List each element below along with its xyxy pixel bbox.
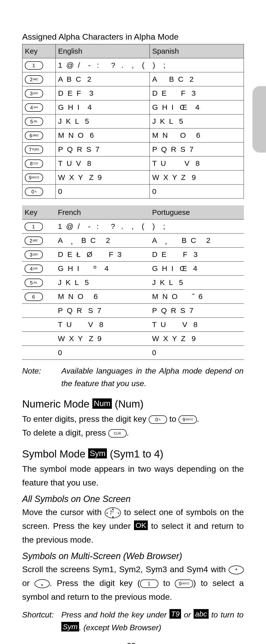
table-row: 6MNOM N O 6M N O 6: [23, 128, 244, 142]
key-9-icon: 9WXYZ: [25, 174, 43, 182]
table-row: 4GHIG H I º 4G H I Œ 4: [22, 262, 244, 276]
cell-chars: J K L 5: [150, 276, 244, 290]
abc-badge: abc: [194, 609, 208, 619]
col-key: Key: [22, 206, 55, 220]
text: to: [167, 414, 179, 424]
numeric-line1: To enter digits, press the digit key 0↻ …: [22, 412, 244, 426]
cell-chars: 1 @ / - : ? . , ( ) ;: [55, 58, 243, 72]
cell-key: 3DEF: [23, 86, 56, 100]
key-4-icon: 4GHI: [25, 103, 43, 112]
cell-key: [22, 346, 55, 360]
cell-chars: G H I Œ 4: [149, 100, 243, 114]
key-9-icon: 9WXYZ: [175, 580, 193, 588]
cell-chars: P Q R S 7: [150, 304, 244, 318]
symbol-p1: Move the cursor with ▴◂Rcl F▸▾ to select…: [22, 505, 244, 546]
cell-key: 3DEF: [22, 248, 55, 262]
text: .: [127, 428, 129, 437]
cell-chars: G H I 4: [55, 100, 149, 114]
cell-chars: 0: [55, 346, 150, 360]
cell-key: 0↻: [23, 184, 56, 198]
key-9-icon: 9WXYZ: [179, 416, 197, 424]
cell-chars: A ¸ B C 2: [150, 234, 244, 248]
numeric-heading-post: (Num): [112, 398, 143, 410]
symbol-heading-pre: Symbol Mode: [22, 448, 88, 460]
cell-chars: P Q R S 7: [55, 142, 149, 156]
cell-key: 9WXYZ: [23, 170, 56, 184]
t9-badge: T9: [169, 609, 181, 619]
cell-chars: T U V 8: [55, 318, 150, 332]
cell-chars: G H I º 4: [55, 262, 150, 276]
cell-chars: D E F 3: [55, 86, 149, 100]
table-row: 11 @ / - : ? . , ( ) ;: [22, 220, 244, 234]
numeric-line2: To delete a digit, press CLR.: [22, 426, 244, 440]
note-body: Available languages in the Alpha mode de…: [61, 365, 243, 390]
cell-chars: P Q R S 7: [149, 142, 243, 156]
table-row: 0↻00: [23, 184, 244, 198]
cell-chars: M N O 6: [55, 290, 150, 304]
table-row: 9WXYZW X Y Z 9W X Y Z 9: [23, 170, 244, 184]
text: .: [197, 414, 199, 424]
key-5-icon: 5JKL: [25, 118, 43, 126]
cell-chars: D E F 3: [149, 86, 243, 100]
numeric-heading-pre: Numeric Mode: [22, 398, 92, 410]
cell-chars: M N O 6: [149, 128, 243, 142]
symbol-p2: Scroll the screens Sym1, Sym2, Sym3 and …: [22, 562, 244, 604]
col-lang2: Spanish: [149, 44, 243, 58]
table-row: P Q R S 7P Q R S 7: [22, 304, 244, 318]
cell-chars: J K L 5: [149, 114, 243, 128]
cell-chars: D E F 3: [150, 248, 244, 262]
text: to turn to: [209, 610, 243, 619]
side-tab: [252, 86, 266, 152]
table-row: 11 @ / - : ? . , ( ) ;: [23, 58, 244, 72]
alpha-table-en-es: Key English Spanish 11 @ / - : ? . , ( )…: [22, 44, 244, 198]
symbol-intro: The symbol mode appears in two ways depe…: [22, 462, 244, 490]
table-row: 5JKLJ K L 5J K L 5: [23, 114, 244, 128]
col-lang1: English: [55, 44, 149, 58]
key-2-icon: 2ABC: [25, 236, 43, 245]
sym-badge: Sym: [61, 622, 79, 632]
table-row: T U V 8T U V 8: [22, 318, 244, 332]
text: Press and hold the key under: [61, 610, 169, 619]
col-lang2: Portuguese: [150, 206, 244, 220]
key-6-icon: 6: [25, 292, 43, 301]
cell-chars: T U V 8: [55, 156, 149, 170]
text: or: [181, 610, 194, 619]
key-3-icon: 3DEF: [25, 250, 43, 259]
text: or: [22, 578, 35, 588]
ok-badge: OK: [134, 520, 148, 530]
cell-key: 1: [22, 220, 55, 234]
shortcut: Shortcut: Press and hold the key under T…: [22, 608, 244, 634]
cell-key: 1: [23, 58, 56, 72]
cell-key: 2ABC: [23, 72, 56, 86]
cell-key: [22, 318, 55, 332]
symbol-sub2: Symbols on Multi-Screen (Web Browser): [22, 551, 244, 561]
cell-key: 5JKL: [23, 114, 56, 128]
cell-chars: 0: [55, 184, 149, 198]
table-row: 7PQRSP Q R S 7P Q R S 7: [23, 142, 244, 156]
text: To delete a digit, press: [22, 428, 108, 437]
cell-chars: W X Y Z 9: [55, 170, 149, 184]
text: . Press the digit key (: [50, 578, 140, 588]
table-row: 3DEFD E F 3D E F 3: [23, 86, 244, 100]
shortcut-body: Press and hold the key under T9 or abc t…: [61, 608, 243, 634]
table-row: 5JKLJ K L 5J K L 5: [22, 276, 244, 290]
text: to: [158, 578, 175, 588]
cell-chars: T U V 8: [149, 156, 243, 170]
cell-key: 6: [22, 290, 55, 304]
cell-key: 2ABC: [22, 234, 55, 248]
key-1-icon: 1: [140, 580, 158, 588]
table-row: 2ABCA B C 2A B C 2: [23, 72, 244, 86]
table-row: 6M N O 6M N O ˝ 6: [22, 290, 244, 304]
cell-chars: A ¸ B C 2: [55, 234, 150, 248]
col-lang1: French: [55, 206, 150, 220]
cell-key: [22, 332, 55, 346]
key-1-icon: 1: [25, 222, 43, 231]
numeric-heading: Numeric Mode Num (Num): [22, 398, 244, 410]
col-key: Key: [23, 44, 56, 58]
key-0-icon: 0↻: [149, 416, 167, 424]
table-row: 00: [22, 346, 244, 360]
note-label: Note:: [22, 365, 59, 377]
symbol-sub1: All Symbols on One Screen: [22, 494, 244, 504]
cell-chars: J K L 5: [55, 276, 150, 290]
cell-chars: P Q R S 7: [55, 304, 150, 318]
